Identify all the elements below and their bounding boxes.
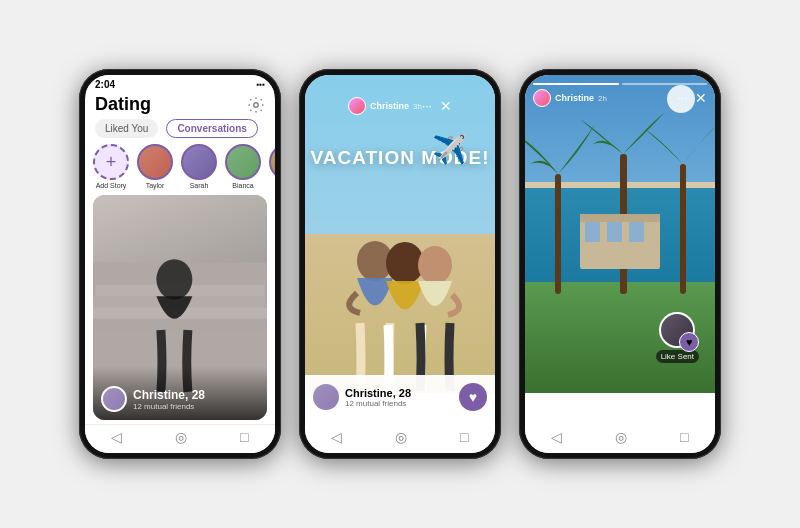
svg-rect-16 (629, 222, 644, 242)
beach-people-svg (330, 223, 470, 393)
profile-card-1[interactable]: Christine, 28 12 mutual friends (93, 195, 267, 420)
card-avatar (101, 386, 127, 412)
story-add-label: Add Story (96, 182, 127, 189)
dating-header: Dating (85, 92, 275, 119)
home-btn-2[interactable]: ◎ (395, 429, 407, 445)
battery-icons-1: ▪▪▪ (256, 80, 265, 89)
card-bottom-2: Christine, 28 12 mutual friends ♥ (305, 375, 495, 419)
card-name: Christine, 28 (133, 388, 259, 402)
svg-rect-10 (555, 174, 561, 294)
story-taylor-label: Taylor (146, 182, 165, 189)
gear-icon[interactable] (247, 96, 265, 114)
tabs-row: Liked You Conversations (85, 119, 275, 144)
svg-point-9 (418, 246, 452, 284)
back-btn-3[interactable]: ◁ (551, 429, 562, 445)
card-info-overlay: Christine, 28 12 mutual friends (93, 366, 267, 420)
heart-button-2[interactable]: ♥ (459, 383, 487, 411)
airplane-emoji: ✈️ (432, 133, 467, 166)
dots-icon-2[interactable]: ··· (422, 99, 432, 113)
close-icon-2[interactable]: ✕ (440, 98, 452, 114)
nav-bar-1: ◁ ◎ □ (85, 424, 275, 453)
story-time-3: 2h (598, 94, 607, 103)
home-btn-3[interactable]: ◎ (615, 429, 627, 445)
story-bianca[interactable]: Bianca (225, 144, 261, 189)
story-top-bar-2: Christine 3h ··· ✕ (305, 87, 495, 115)
dots-icon-3[interactable]: ··· (677, 91, 687, 105)
story-user-avatar-3 (533, 89, 551, 107)
story-taylor[interactable]: Taylor (137, 144, 173, 189)
like-sent-heart-badge: ♥ (679, 332, 699, 352)
card-name-2: Christine, 28 (345, 387, 453, 399)
tab-conversations[interactable]: Conversations (166, 119, 257, 138)
card-mutual-2: 12 mutual friends (345, 399, 453, 408)
phones-container: 2:04 ▪▪▪ Dating Liked You Conversa (69, 59, 731, 469)
phone-2: Christine 3h ··· ✕ VACATION MODE! ✈️ (299, 69, 501, 459)
app-title: Dating (95, 94, 151, 115)
phone-3: Christine 2h ··· ✕ ♥ Li (519, 69, 721, 459)
story-sarah[interactable]: Sarah (181, 144, 217, 189)
close-icon-3[interactable]: ✕ (695, 90, 707, 106)
recent-btn-3[interactable]: □ (680, 429, 688, 445)
stories-row: + Add Story Taylor Sarah Bianca (85, 144, 275, 195)
time-1: 2:04 (95, 79, 115, 90)
recent-btn-1[interactable]: □ (240, 429, 248, 445)
like-sent-label: Like Sent (656, 350, 699, 363)
status-bar-1: 2:04 ▪▪▪ (85, 75, 275, 92)
p3-progress-2 (622, 83, 708, 85)
story-username-2: Christine (370, 101, 409, 111)
svg-rect-17 (580, 214, 660, 222)
nav-bar-2: ◁ ◎ □ (305, 425, 495, 453)
story-sarah-label: Sarah (190, 182, 209, 189)
heart-icon-2: ♥ (469, 389, 477, 405)
story-bianca-label: Bianca (232, 182, 253, 189)
nav-bar-3: ◁ ◎ □ (525, 425, 715, 453)
back-btn-1[interactable]: ◁ (111, 429, 122, 445)
card-avatar-2 (313, 384, 339, 410)
svg-rect-14 (585, 222, 600, 242)
svg-rect-15 (607, 222, 622, 242)
story-sp[interactable]: Sp... (269, 144, 275, 189)
like-sent-overlay: ♥ Like Sent (656, 312, 699, 363)
card-mutual: 12 mutual friends (133, 402, 259, 411)
back-btn-2[interactable]: ◁ (331, 429, 342, 445)
svg-point-6 (156, 259, 192, 300)
story-top-bar-3: Christine 2h ··· ✕ (525, 83, 715, 107)
tab-liked-you[interactable]: Liked You (95, 119, 158, 138)
p3-progress-1 (533, 83, 619, 85)
story-user-avatar-2 (348, 97, 366, 115)
svg-rect-12 (680, 164, 686, 294)
story-username-3: Christine (555, 93, 594, 103)
phone-1: 2:04 ▪▪▪ Dating Liked You Conversa (79, 69, 281, 459)
home-btn-1[interactable]: ◎ (175, 429, 187, 445)
recent-btn-2[interactable]: □ (460, 429, 468, 445)
beach-bg (305, 75, 495, 393)
story-time-2: 3h (413, 102, 422, 111)
svg-point-0 (254, 102, 259, 107)
story-add[interactable]: + Add Story (93, 144, 129, 189)
svg-rect-5 (93, 319, 267, 330)
